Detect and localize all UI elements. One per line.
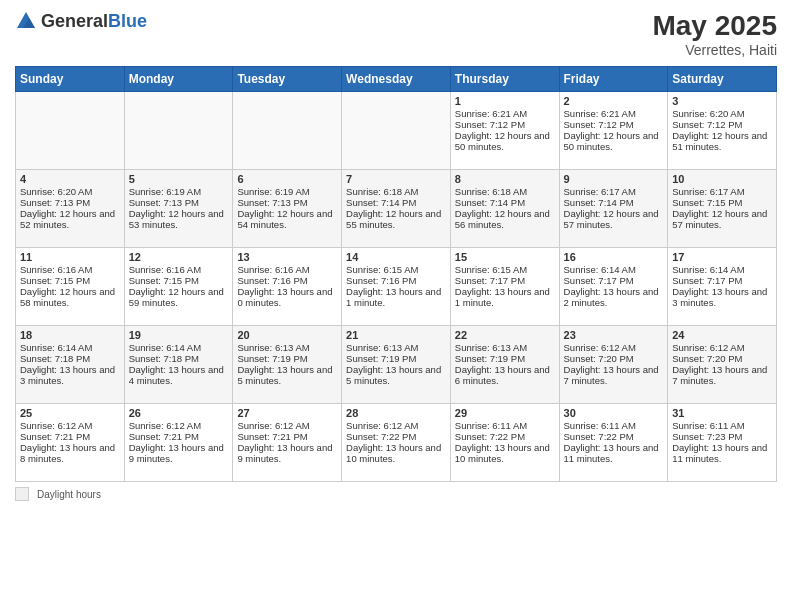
- daylight-text: Daylight: 12 hours and 57 minutes.: [564, 208, 664, 230]
- daylight-text: Daylight: 13 hours and 0 minutes.: [237, 286, 337, 308]
- sunset-text: Sunset: 7:13 PM: [20, 197, 120, 208]
- sunset-text: Sunset: 7:20 PM: [672, 353, 772, 364]
- sunset-text: Sunset: 7:22 PM: [455, 431, 555, 442]
- daylight-text: Daylight: 12 hours and 53 minutes.: [129, 208, 229, 230]
- calendar-cell: 1Sunrise: 6:21 AMSunset: 7:12 PMDaylight…: [450, 92, 559, 170]
- sunrise-text: Sunrise: 6:13 AM: [237, 342, 337, 353]
- col-header-wednesday: Wednesday: [342, 67, 451, 92]
- sunset-text: Sunset: 7:17 PM: [672, 275, 772, 286]
- sunrise-text: Sunrise: 6:12 AM: [564, 342, 664, 353]
- sunrise-text: Sunrise: 6:21 AM: [455, 108, 555, 119]
- daylight-text: Daylight: 13 hours and 9 minutes.: [237, 442, 337, 464]
- sunset-text: Sunset: 7:14 PM: [564, 197, 664, 208]
- calendar-cell: 20Sunrise: 6:13 AMSunset: 7:19 PMDayligh…: [233, 326, 342, 404]
- day-number: 17: [672, 251, 772, 263]
- calendar-cell: 30Sunrise: 6:11 AMSunset: 7:22 PMDayligh…: [559, 404, 668, 482]
- sunset-text: Sunset: 7:19 PM: [237, 353, 337, 364]
- daylight-text: Daylight: 12 hours and 56 minutes.: [455, 208, 555, 230]
- calendar-cell: 10Sunrise: 6:17 AMSunset: 7:15 PMDayligh…: [668, 170, 777, 248]
- day-number: 11: [20, 251, 120, 263]
- daylight-text: Daylight: 12 hours and 50 minutes.: [564, 130, 664, 152]
- calendar-cell: 25Sunrise: 6:12 AMSunset: 7:21 PMDayligh…: [16, 404, 125, 482]
- sunset-text: Sunset: 7:20 PM: [564, 353, 664, 364]
- calendar-cell: 19Sunrise: 6:14 AMSunset: 7:18 PMDayligh…: [124, 326, 233, 404]
- calendar-cell: [124, 92, 233, 170]
- day-number: 20: [237, 329, 337, 341]
- sunset-text: Sunset: 7:21 PM: [129, 431, 229, 442]
- logo-icon: [15, 10, 37, 32]
- calendar-cell: 11Sunrise: 6:16 AMSunset: 7:15 PMDayligh…: [16, 248, 125, 326]
- sunrise-text: Sunrise: 6:20 AM: [672, 108, 772, 119]
- daylight-text: Daylight: 13 hours and 8 minutes.: [20, 442, 120, 464]
- day-number: 21: [346, 329, 446, 341]
- sunrise-text: Sunrise: 6:15 AM: [346, 264, 446, 275]
- sunset-text: Sunset: 7:12 PM: [672, 119, 772, 130]
- day-number: 2: [564, 95, 664, 107]
- footer-swatch: [15, 487, 29, 501]
- day-number: 23: [564, 329, 664, 341]
- daylight-text: Daylight: 13 hours and 5 minutes.: [346, 364, 446, 386]
- day-number: 29: [455, 407, 555, 419]
- calendar-cell: 3Sunrise: 6:20 AMSunset: 7:12 PMDaylight…: [668, 92, 777, 170]
- sunset-text: Sunset: 7:21 PM: [20, 431, 120, 442]
- sunset-text: Sunset: 7:17 PM: [564, 275, 664, 286]
- daylight-text: Daylight: 13 hours and 5 minutes.: [237, 364, 337, 386]
- sunset-text: Sunset: 7:16 PM: [237, 275, 337, 286]
- day-number: 10: [672, 173, 772, 185]
- daylight-text: Daylight: 12 hours and 55 minutes.: [346, 208, 446, 230]
- sunrise-text: Sunrise: 6:16 AM: [20, 264, 120, 275]
- sunrise-text: Sunrise: 6:19 AM: [129, 186, 229, 197]
- day-number: 9: [564, 173, 664, 185]
- sunrise-text: Sunrise: 6:13 AM: [455, 342, 555, 353]
- daylight-text: Daylight: 13 hours and 7 minutes.: [672, 364, 772, 386]
- sunrise-text: Sunrise: 6:11 AM: [672, 420, 772, 431]
- sunset-text: Sunset: 7:15 PM: [129, 275, 229, 286]
- day-number: 30: [564, 407, 664, 419]
- sunrise-text: Sunrise: 6:17 AM: [564, 186, 664, 197]
- sunrise-text: Sunrise: 6:14 AM: [564, 264, 664, 275]
- sunset-text: Sunset: 7:22 PM: [346, 431, 446, 442]
- col-header-tuesday: Tuesday: [233, 67, 342, 92]
- calendar-cell: 14Sunrise: 6:15 AMSunset: 7:16 PMDayligh…: [342, 248, 451, 326]
- footer: Daylight hours: [15, 487, 777, 501]
- sunrise-text: Sunrise: 6:17 AM: [672, 186, 772, 197]
- day-number: 13: [237, 251, 337, 263]
- sunset-text: Sunset: 7:12 PM: [455, 119, 555, 130]
- sunrise-text: Sunrise: 6:12 AM: [672, 342, 772, 353]
- day-number: 4: [20, 173, 120, 185]
- week-row-5: 25Sunrise: 6:12 AMSunset: 7:21 PMDayligh…: [16, 404, 777, 482]
- daylight-text: Daylight: 13 hours and 1 minute.: [346, 286, 446, 308]
- sunrise-text: Sunrise: 6:18 AM: [346, 186, 446, 197]
- calendar-cell: 12Sunrise: 6:16 AMSunset: 7:15 PMDayligh…: [124, 248, 233, 326]
- month-title: May 2025: [652, 10, 777, 42]
- daylight-text: Daylight: 12 hours and 52 minutes.: [20, 208, 120, 230]
- sunrise-text: Sunrise: 6:18 AM: [455, 186, 555, 197]
- sunset-text: Sunset: 7:15 PM: [672, 197, 772, 208]
- header-row: SundayMondayTuesdayWednesdayThursdayFrid…: [16, 67, 777, 92]
- daylight-text: Daylight: 12 hours and 58 minutes.: [20, 286, 120, 308]
- sunrise-text: Sunrise: 6:16 AM: [237, 264, 337, 275]
- calendar-cell: 29Sunrise: 6:11 AMSunset: 7:22 PMDayligh…: [450, 404, 559, 482]
- day-number: 14: [346, 251, 446, 263]
- calendar-cell: 22Sunrise: 6:13 AMSunset: 7:19 PMDayligh…: [450, 326, 559, 404]
- daylight-text: Daylight: 12 hours and 54 minutes.: [237, 208, 337, 230]
- daylight-text: Daylight: 13 hours and 4 minutes.: [129, 364, 229, 386]
- sunset-text: Sunset: 7:12 PM: [564, 119, 664, 130]
- sunrise-text: Sunrise: 6:14 AM: [129, 342, 229, 353]
- sunrise-text: Sunrise: 6:11 AM: [564, 420, 664, 431]
- calendar-cell: 5Sunrise: 6:19 AMSunset: 7:13 PMDaylight…: [124, 170, 233, 248]
- calendar-cell: [342, 92, 451, 170]
- day-number: 24: [672, 329, 772, 341]
- day-number: 27: [237, 407, 337, 419]
- col-header-friday: Friday: [559, 67, 668, 92]
- daylight-text: Daylight: 13 hours and 3 minutes.: [20, 364, 120, 386]
- day-number: 3: [672, 95, 772, 107]
- daylight-text: Daylight: 13 hours and 3 minutes.: [672, 286, 772, 308]
- day-number: 28: [346, 407, 446, 419]
- calendar-cell: 13Sunrise: 6:16 AMSunset: 7:16 PMDayligh…: [233, 248, 342, 326]
- daylight-text: Daylight: 12 hours and 57 minutes.: [672, 208, 772, 230]
- sunrise-text: Sunrise: 6:12 AM: [129, 420, 229, 431]
- week-row-1: 1Sunrise: 6:21 AMSunset: 7:12 PMDaylight…: [16, 92, 777, 170]
- calendar-cell: 8Sunrise: 6:18 AMSunset: 7:14 PMDaylight…: [450, 170, 559, 248]
- day-number: 15: [455, 251, 555, 263]
